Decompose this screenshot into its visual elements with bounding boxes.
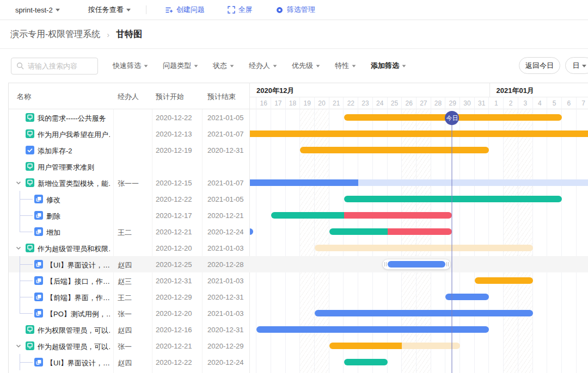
- filter-dropdown-label: 状态: [213, 61, 227, 71]
- create-issue-button[interactable]: 创建问题: [165, 5, 205, 15]
- filter-dropdown-5[interactable]: 特性: [335, 61, 356, 71]
- chevron-down-icon[interactable]: [14, 341, 23, 350]
- task-name[interactable]: 作为超级管理员，可以…: [38, 342, 110, 352]
- table-row[interactable]: 【前端】界面，作…王二2020-12-292020-12-31: [9, 289, 250, 305]
- table-row[interactable]: 用户管理要求准则: [9, 158, 250, 175]
- day-tick: 26: [402, 97, 416, 109]
- task-name[interactable]: 新增位置类型模块，能…: [38, 179, 110, 189]
- task-name[interactable]: 【PO】测试用例，…: [46, 309, 110, 319]
- column-header-end: 预计结束: [207, 92, 236, 102]
- gantt-bar[interactable]: [329, 228, 388, 235]
- subtask-icon: [34, 276, 43, 285]
- drag-handle-left[interactable]: [384, 262, 387, 266]
- gantt-bar[interactable]: [344, 196, 562, 202]
- filter-dropdown-0[interactable]: 快速筛选: [113, 61, 148, 71]
- task-name[interactable]: 【UI】界面设计，…: [46, 260, 110, 270]
- table-row[interactable]: 添加库存-22020-12-192020-12-31: [9, 142, 250, 158]
- filter-dropdown-1[interactable]: 问题类型: [163, 61, 198, 71]
- toolbar-divider: [146, 5, 146, 14]
- table-row[interactable]: 作为超级管理员，可以…张一2020-12-212020-12-29: [9, 338, 250, 354]
- tree-connector: [20, 362, 33, 363]
- day-header: 161718192021222324252627282930311234567: [250, 97, 588, 109]
- tree-connector: [20, 199, 33, 200]
- task-name[interactable]: 添加库存-2: [38, 146, 110, 156]
- top-toolbar: sprint-test-2 按任务查看 创建问题 全屏 筛选管理: [0, 0, 588, 20]
- gantt-bar[interactable]: [329, 343, 402, 349]
- subtask-icon: [34, 211, 43, 220]
- gantt-bar-overdue[interactable]: [344, 212, 452, 219]
- task-name[interactable]: 作为用户我希望在用户…: [38, 130, 110, 140]
- chevron-down-icon: [126, 9, 131, 11]
- day-tick: 4: [533, 97, 548, 109]
- task-table: 名称 经办人 预计开始 预计结束 我的需求-----公共服务2020-12-22…: [9, 83, 250, 373]
- day-tick: 31: [475, 97, 489, 109]
- gantt-bar[interactable]: [315, 245, 533, 251]
- gantt-body[interactable]: 今日: [250, 109, 588, 373]
- task-start-date: 2020-12-25: [156, 260, 192, 269]
- task-name[interactable]: 【后端】接口，作…: [46, 277, 110, 287]
- chevron-down-icon[interactable]: [14, 244, 23, 252]
- day-tick: 29: [445, 97, 460, 109]
- task-end-date: 2021-01-05: [207, 195, 244, 203]
- filter-dropdown-3[interactable]: 经办人: [249, 61, 277, 71]
- granularity-selector[interactable]: 日: [565, 57, 588, 74]
- gantt-bar[interactable]: [250, 130, 588, 137]
- gantt-bar[interactable]: [315, 310, 533, 316]
- back-to-today-button[interactable]: 返回今日: [519, 57, 560, 74]
- table-row[interactable]: 【PO】测试用例，…张一2020-12-202021-01-03: [9, 305, 250, 321]
- task-name[interactable]: 【UI】界面设计，…: [46, 358, 110, 368]
- drag-handle-right[interactable]: [446, 262, 449, 266]
- fullscreen-button[interactable]: 全屏: [228, 5, 253, 15]
- gantt-bar[interactable]: [358, 179, 588, 186]
- filter-dropdown-4[interactable]: 优先级: [292, 61, 320, 71]
- table-row[interactable]: 我的需求-----公共服务2020-12-222021-01-05: [9, 109, 250, 126]
- table-row[interactable]: 作为用户我希望在用户…2020-12-132021-01-07: [9, 126, 250, 142]
- search-box[interactable]: [11, 58, 98, 74]
- task-name[interactable]: 用户管理要求准则: [38, 163, 110, 172]
- table-row[interactable]: 【UI】界面设计，…赵四2020-12-222020-12-24: [9, 354, 250, 370]
- table-row[interactable]: 修改2020-12-222021-01-05: [9, 191, 250, 207]
- gantt-bar-selected[interactable]: [382, 259, 451, 270]
- table-row[interactable]: 作为超级管理员和权限…2020-12-202021-01-03: [9, 240, 250, 256]
- table-row[interactable]: 增加王二2020-12-212020-12-24: [9, 223, 250, 240]
- search-input[interactable]: [28, 62, 92, 70]
- task-start-date: 2020-12-22: [156, 358, 192, 366]
- story-icon: [26, 244, 34, 252]
- task-name[interactable]: 修改: [46, 195, 110, 205]
- gantt-bar[interactable]: [271, 212, 344, 219]
- task-name[interactable]: 我的需求-----公共服务: [38, 114, 110, 123]
- breadcrumb-project[interactable]: 演示专用-权限管理系统: [10, 29, 100, 40]
- day-column: [562, 109, 577, 373]
- filter-dropdown-2[interactable]: 状态: [213, 61, 234, 71]
- task-assignee: 王二: [118, 293, 132, 303]
- task-name[interactable]: 删除: [46, 212, 110, 221]
- table-row[interactable]: 【后端】接口，作…赵三2020-12-312021-01-03: [9, 272, 250, 289]
- day-tick: 23: [358, 97, 373, 109]
- gear-icon: [275, 6, 284, 14]
- task-name[interactable]: 作为权限管理员，可以…: [38, 326, 110, 335]
- view-mode-selector[interactable]: 按任务查看: [88, 5, 131, 15]
- tree-connector: [20, 223, 20, 232]
- add-filter-button[interactable]: 添加筛选: [371, 61, 406, 71]
- table-row[interactable]: 删除2020-12-172020-12-21: [9, 207, 250, 223]
- gantt-bar[interactable]: [256, 326, 489, 333]
- filter-manage-button[interactable]: 筛选管理: [275, 5, 315, 15]
- table-row[interactable]: 新增位置类型模块，能…张一一2020-12-152021-01-07: [9, 175, 250, 191]
- table-row[interactable]: 作为权限管理员，可以…赵四2020-12-162020-12-31: [9, 321, 250, 338]
- task-name[interactable]: 作为超级管理员和权限…: [38, 244, 110, 254]
- table-row[interactable]: 【UI】界面设计，…赵四2020-12-252020-12-28: [9, 256, 250, 272]
- gantt-bar-overdue[interactable]: [388, 228, 452, 235]
- gantt-bar[interactable]: [250, 179, 358, 186]
- task-name[interactable]: 增加: [46, 228, 110, 238]
- chevron-down-icon: [144, 65, 148, 67]
- gantt-bar[interactable]: [388, 261, 446, 268]
- gantt-bar[interactable]: [344, 359, 388, 365]
- filter-manage-label: 筛选管理: [287, 5, 315, 15]
- gantt-bar[interactable]: [300, 147, 489, 153]
- task-start-date: 2020-12-20: [156, 309, 192, 318]
- add-filter-label: 添加筛选: [371, 61, 399, 71]
- sprint-selector[interactable]: sprint-test-2: [15, 6, 60, 14]
- chevron-down-icon[interactable]: [14, 178, 23, 187]
- gantt-bar[interactable]: [475, 277, 533, 284]
- task-name[interactable]: 【前端】界面，作…: [46, 293, 110, 303]
